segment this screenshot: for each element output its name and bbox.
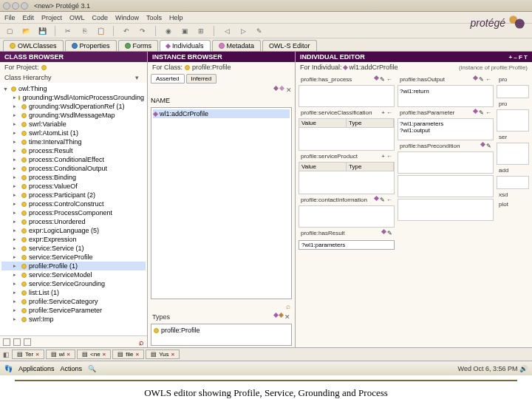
remove-type-icon[interactable]: ✕ — [284, 313, 290, 321]
delete-instance-icon[interactable]: ✕ — [286, 86, 292, 94]
tree-item[interactable]: ▸list:List (1) — [1, 288, 146, 297]
add-icon[interactable] — [381, 229, 386, 234]
tree-item[interactable]: ▸service:ServiceGrounding — [1, 279, 146, 288]
workspace-tab[interactable]: ▤Yus× — [146, 349, 180, 359]
edit-icon[interactable]: ✎ — [479, 76, 484, 83]
menu-file[interactable]: File — [4, 14, 16, 21]
remove-icon[interactable]: ← — [386, 197, 392, 203]
cut-icon[interactable]: ✂ — [63, 26, 73, 36]
tree-item[interactable]: ▸process:ControlConstruct — [1, 200, 146, 208]
create-instance-icon[interactable] — [273, 86, 279, 91]
remove-icon[interactable]: ← — [386, 76, 392, 83]
tab-inferred[interactable]: Inferred — [186, 74, 217, 83]
save-icon[interactable]: 💾 — [37, 26, 47, 36]
new-icon[interactable]: ▢ — [4, 26, 15, 36]
tab-individuals[interactable]: Individuals — [160, 40, 211, 51]
add-icon[interactable] — [473, 109, 478, 114]
tree-item[interactable]: ▸expr:Expression — [1, 235, 146, 244]
workspace-tab[interactable]: ▤<ne× — [77, 349, 111, 359]
menu-owl[interactable]: OWL — [69, 14, 85, 21]
edit-icon[interactable]: ✎ — [380, 197, 385, 203]
tree-item[interactable]: ▸service:Service (1) — [1, 244, 146, 253]
copy-icon[interactable]: ⎘ — [79, 26, 89, 36]
search-icon[interactable]: ⌕ — [286, 302, 290, 310]
add-icon[interactable] — [374, 75, 379, 81]
inline-params-input[interactable]: ?wl1:parameters — [299, 240, 395, 250]
tree-item[interactable]: ▸swrl:AtomList (1) — [1, 129, 146, 137]
tree-item[interactable]: ▸profile:ServiceParameter — [1, 306, 146, 315]
taskbar-actions[interactable]: Actions — [61, 365, 83, 372]
tree-item[interactable]: ▸process:Binding — [1, 173, 146, 182]
window-control-icon[interactable] — [3, 2, 10, 10]
field-body[interactable] — [398, 151, 494, 174]
tab-asserted[interactable]: Asserted — [151, 74, 185, 83]
field-body[interactable] — [497, 85, 529, 98]
window-control-icon[interactable] — [12, 2, 19, 10]
field-body[interactable] — [398, 175, 494, 197]
remove-icon[interactable]: ← — [386, 109, 392, 116]
field-body[interactable] — [497, 109, 529, 132]
redo-icon[interactable]: ↷ — [137, 26, 148, 36]
menu-edit[interactable]: Edit — [23, 14, 35, 21]
type-icon[interactable] — [279, 313, 284, 318]
types-list[interactable]: profile:Profile — [151, 324, 292, 346]
tool-icon[interactable]: ✎ — [254, 26, 265, 36]
tree-item[interactable]: ▸process:ConditionalEffect — [1, 155, 146, 164]
tree-root[interactable]: ▼ owl:Thing — [1, 84, 146, 93]
tab-forms[interactable]: Forms — [118, 40, 159, 51]
menu-help[interactable]: Help — [169, 14, 183, 21]
tab-owlseditor[interactable]: OWL-S Editor — [262, 40, 317, 51]
open-icon[interactable]: 📂 — [21, 26, 31, 36]
tree-item[interactable]: ▸service:ServiceProfile — [1, 253, 146, 262]
add-icon[interactable]: + — [381, 109, 385, 116]
remove-icon[interactable]: ← — [485, 76, 491, 83]
remove-icon[interactable]: ← — [386, 153, 392, 160]
tree-item[interactable]: ▸grounding:WsdlMessageMap — [1, 111, 146, 120]
menu-code[interactable]: Code — [92, 14, 109, 21]
workspace-tab[interactable]: ▤Ter× — [12, 349, 44, 359]
field-body[interactable]: ?wl1:parameters ?wl1:output — [398, 118, 494, 140]
menu-window[interactable]: Window — [115, 14, 139, 21]
tree-item[interactable]: ▸process:Unordered — [1, 217, 146, 226]
add-icon[interactable]: + — [381, 153, 385, 160]
back-icon[interactable]: ◁ — [222, 26, 232, 36]
app-icon[interactable]: ◧ — [3, 351, 10, 358]
tool-icon[interactable] — [3, 338, 10, 346]
menu-project[interactable]: Project — [41, 14, 62, 21]
tree-item[interactable]: ▸profile:Profile (1) — [1, 262, 146, 270]
tree-item[interactable]: ▸grounding:WsdlAtomicProcessGrounding — [1, 93, 146, 102]
tree-item[interactable]: ▸grounding:WsdlOperationRef (1) — [1, 102, 146, 111]
tree-item[interactable]: ▸profile:ServiceCategory — [1, 297, 146, 306]
hierarchy-tool-icon[interactable]: ▾ — [135, 74, 143, 81]
forward-icon[interactable]: ▷ — [238, 26, 248, 36]
field-body[interactable]: ValueType — [299, 162, 395, 194]
add-icon[interactable] — [473, 75, 478, 81]
tree-item[interactable]: ▸swrl:Imp — [1, 315, 146, 324]
tool-icon[interactable]: ◉ — [163, 26, 174, 36]
type-item[interactable]: profile:Profile — [153, 326, 290, 335]
field-body[interactable] — [497, 176, 529, 189]
tool-icon[interactable]: ▣ — [180, 26, 190, 36]
field-body[interactable] — [398, 199, 494, 221]
tree-item[interactable]: ▸process:Participant (2) — [1, 191, 146, 200]
menu-tools[interactable]: Tools — [146, 14, 162, 21]
tree-item[interactable]: ▸swrl:Variable — [1, 120, 146, 129]
tree-item[interactable]: ▸process:ValueOf — [1, 182, 146, 191]
edit-icon[interactable]: ✎ — [479, 109, 484, 116]
field-body[interactable] — [497, 143, 529, 165]
tab-metadata[interactable]: Metadata — [212, 40, 262, 51]
class-tree[interactable]: ▼ owl:Thing ▸grounding:WsdlAtomicProcess… — [0, 83, 147, 335]
add-icon[interactable] — [480, 142, 485, 147]
undo-icon[interactable]: ↶ — [121, 26, 132, 36]
tool-icon[interactable]: ⊞ — [196, 26, 206, 36]
field-body[interactable]: ?wl1:return — [398, 85, 494, 107]
edit-icon[interactable]: ✎ — [486, 143, 491, 149]
copy-instance-icon[interactable] — [279, 86, 284, 91]
tab-properties[interactable]: Properties — [65, 40, 117, 51]
tool-icon[interactable] — [13, 338, 21, 346]
field-body[interactable]: ValueType — [299, 118, 395, 151]
taskbar-applications[interactable]: Applications — [18, 365, 55, 372]
tree-item[interactable]: ▸process:Result — [1, 146, 146, 155]
edit-icon[interactable]: ✎ — [380, 76, 385, 83]
tree-item[interactable]: ▸process:ProcessComponent — [1, 208, 146, 217]
